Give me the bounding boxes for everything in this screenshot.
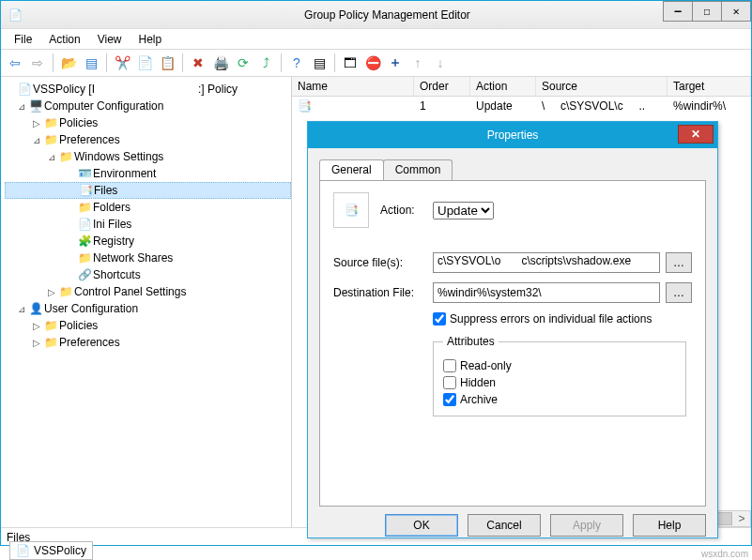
move-down-icon[interactable]: ↓ [430, 53, 451, 73]
cut-icon[interactable]: ✂️ [112, 53, 132, 73]
tree-windows-settings[interactable]: Windows Settings [74, 150, 163, 163]
export-icon[interactable]: ⤴ [255, 53, 276, 73]
menu-help[interactable]: Help [131, 31, 170, 48]
toggle-icon[interactable]: ⊿ [16, 101, 27, 112]
tree-registry[interactable]: Registry [93, 235, 134, 248]
tree-user-policies[interactable]: Policies [59, 319, 98, 332]
properties-dialog: Properties ✕ General Common 📑 Action: Up… [307, 121, 718, 538]
menu-view[interactable]: View [90, 31, 130, 48]
toggle-icon[interactable]: ⊿ [16, 304, 27, 314]
tree-pane[interactable]: 📄 VSSPolicy [I:] Policy ⊿🖥️ Computer Con… [1, 77, 292, 527]
maximize-button[interactable]: ☐ [692, 1, 722, 22]
tree-preferences[interactable]: Preferences [59, 133, 120, 146]
print-icon[interactable]: 🖨️ [210, 53, 231, 73]
ini-icon: 📄 [76, 218, 93, 231]
attr-hidden-checkbox[interactable] [443, 376, 456, 389]
refresh-icon[interactable]: ⟳ [233, 53, 253, 73]
dialog-titlebar[interactable]: Properties ✕ [308, 122, 717, 148]
shortcuts-icon: 🔗 [76, 268, 93, 281]
folder-up-icon[interactable]: 📂 [58, 53, 79, 73]
apply-button[interactable]: Apply [550, 514, 623, 537]
view-icon[interactable]: 🗔 [340, 53, 361, 73]
col-order[interactable]: Order [414, 77, 470, 96]
stop-icon[interactable]: ⛔ [362, 53, 383, 73]
toolbar: ⇦ ⇨ 📂 ▤ ✂️ 📄 📋 ✖ 🖨️ ⟳ ⤴ ? ▤ 🗔 ⛔ ＋ ↑ ↓ [1, 49, 751, 77]
minimize-button[interactable]: — [663, 1, 693, 22]
col-target[interactable]: Target [668, 77, 751, 96]
tree-environment[interactable]: Environment [93, 167, 156, 180]
tree-folders[interactable]: Folders [93, 201, 130, 214]
toggle-icon[interactable]: ▷ [31, 118, 42, 129]
dialog-close-button[interactable]: ✕ [678, 125, 714, 144]
action-label: Action: [380, 204, 433, 217]
folder-icon: 📁 [57, 150, 74, 163]
tree-files[interactable]: Files [94, 184, 117, 197]
col-name[interactable]: Name [292, 77, 414, 96]
list-header: Name Order Action Source Target [292, 77, 751, 97]
tree-ini-files[interactable]: Ini Files [93, 218, 131, 231]
source-field[interactable]: c\SYSVOL\oc\scripts\vshadow.exe [433, 252, 660, 273]
col-action[interactable]: Action [470, 77, 536, 96]
tree-computer-configuration[interactable]: Computer Configuration [44, 99, 163, 113]
close-button[interactable]: ✕ [721, 1, 751, 22]
attr-archive-checkbox[interactable] [443, 393, 456, 406]
tree-control-panel-settings[interactable]: Control Panel Settings [74, 285, 186, 298]
new-icon[interactable]: ＋ [385, 53, 406, 73]
toggle-icon[interactable]: ▷ [31, 338, 42, 348]
folder-icon: 📁 [57, 285, 74, 298]
suppress-errors-label: Suppress errors on individual file actio… [450, 312, 652, 325]
nav-back-icon[interactable]: ⇦ [5, 53, 25, 73]
move-up-icon[interactable]: ↑ [407, 53, 428, 73]
tree-policies[interactable]: Policies [59, 116, 98, 129]
toggle-icon[interactable]: ⊿ [46, 152, 57, 162]
folder-icon: 📁 [42, 133, 59, 146]
list-item[interactable]: 📑 1 Update \ c\SYSVOL\c .. %windir%\ [292, 97, 751, 115]
ok-button[interactable]: OK [385, 514, 458, 537]
delete-icon[interactable]: ✖ [188, 53, 208, 73]
attr-readonly-checkbox[interactable] [443, 359, 456, 372]
nav-forward-icon[interactable]: ⇨ [27, 53, 48, 73]
toggle-icon[interactable]: ⊿ [31, 135, 42, 145]
browse-destination-button[interactable]: … [666, 282, 692, 303]
menu-action[interactable]: Action [41, 31, 87, 48]
col-source[interactable]: Source [536, 77, 668, 96]
source-label: Source file(s): [333, 256, 433, 269]
copy-icon[interactable]: 📄 [134, 53, 155, 73]
titlebar: 📄 Group Policy Management Editor — ☐ ✕ [1, 0, 751, 28]
list-view-icon[interactable]: ▤ [309, 53, 330, 73]
help-icon[interactable]: ? [286, 53, 307, 73]
browse-source-button[interactable]: … [666, 252, 692, 273]
suppress-errors-checkbox[interactable] [433, 312, 446, 325]
watermark: wsxdn.com [701, 549, 748, 559]
cancel-button[interactable]: Cancel [468, 514, 541, 537]
tree-network-shares[interactable]: Network Shares [93, 251, 173, 265]
scroll-right-icon[interactable]: > [733, 511, 750, 526]
files-icon: 📑 [77, 184, 94, 197]
registry-icon: 🧩 [76, 235, 93, 248]
tree-shortcuts[interactable]: Shortcuts [93, 268, 141, 281]
policy-root-icon: 📄 [16, 83, 33, 96]
folder-icon: 📁 [42, 319, 59, 332]
tree-user-preferences[interactable]: Preferences [59, 336, 120, 349]
policy-doc-icon: 📄 [16, 544, 30, 557]
tree-root[interactable]: VSSPolicy [I:] Policy [33, 83, 238, 96]
paste-icon[interactable]: 📋 [157, 53, 177, 73]
tree-user-configuration[interactable]: User Configuration [44, 302, 138, 315]
dialog-title: Properties [487, 129, 539, 142]
folder-icon: 📁 [42, 336, 59, 349]
tab-common[interactable]: Common [383, 159, 453, 180]
attributes-legend: Attributes [443, 335, 499, 348]
help-button[interactable]: Help [633, 514, 706, 537]
destination-field[interactable] [433, 282, 660, 303]
details-pane-icon[interactable]: ▤ [81, 53, 101, 73]
toggle-icon[interactable]: ▷ [46, 287, 57, 297]
attributes-group: Attributes Read-only Hidden Archive [433, 335, 686, 416]
window-title: Group Policy Management Editor [23, 8, 751, 22]
action-select[interactable]: Update [433, 202, 494, 219]
destination-label: Destination File: [333, 286, 433, 299]
menu-file[interactable]: File [7, 31, 39, 48]
action-graphic-icon: 📑 [333, 192, 369, 228]
tab-general[interactable]: General [319, 159, 384, 180]
toggle-icon[interactable]: ▷ [31, 321, 42, 331]
taskbar-item[interactable]: 📄 VSSPolicy [9, 541, 93, 560]
